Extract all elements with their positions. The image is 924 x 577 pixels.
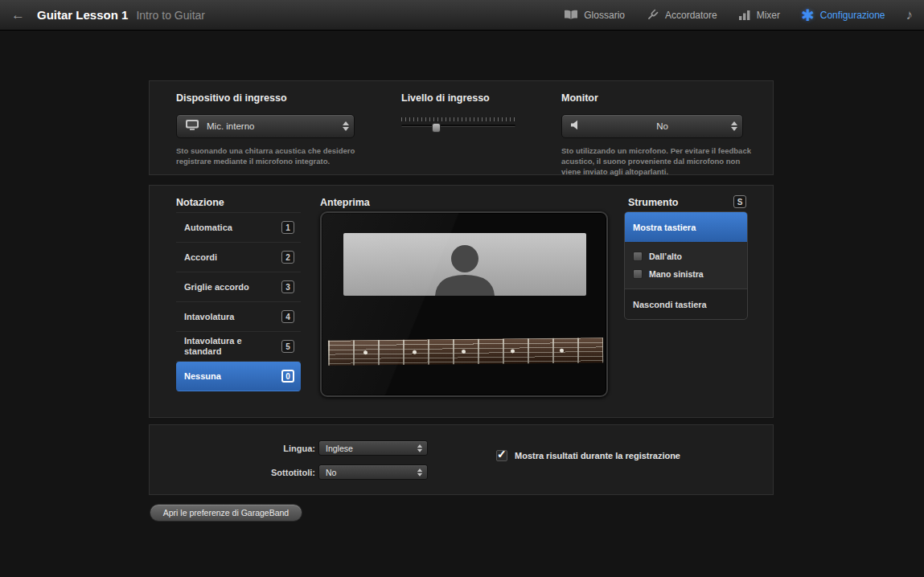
show-keyboard-item[interactable]: Mostra tastiera bbox=[625, 212, 747, 242]
notation-list: Automatica 1 Accordi 2 Griglie accordo 3… bbox=[176, 212, 301, 391]
from-top-label: Dall’alto bbox=[649, 252, 682, 261]
fret-inlay-dot bbox=[363, 350, 368, 354]
lesson-subtitle: Intro to Guitar bbox=[136, 9, 205, 22]
notation-item-intavolatura[interactable]: Intavolatura 4 bbox=[176, 302, 301, 332]
lesson-title: Guitar Lesson 1 bbox=[37, 8, 128, 22]
input-device-icon bbox=[185, 119, 199, 134]
subtitles-select[interactable]: No bbox=[318, 464, 428, 480]
show-results-label: Mostra risultati durante la registrazion… bbox=[515, 451, 680, 460]
notation-item-label: Nessuna bbox=[184, 371, 269, 382]
instrument-key-badge: S bbox=[733, 195, 746, 208]
fret-inlay-dot bbox=[560, 349, 564, 353]
left-hand-label: Mano sinistra bbox=[649, 269, 704, 279]
notation-item-nessuna[interactable]: Nessuna 0 bbox=[176, 362, 301, 391]
show-keyboard-label: Mostra tastiera bbox=[633, 223, 696, 232]
input-level-slider[interactable] bbox=[401, 117, 515, 137]
preview-heading: Anteprima bbox=[320, 197, 370, 208]
fret-inlay-dot bbox=[413, 350, 417, 354]
input-device-heading: Dispositivo di ingresso bbox=[176, 92, 363, 104]
subtitles-value: No bbox=[326, 468, 336, 477]
open-preferences-button[interactable]: Apri le preferenze di GarageBand bbox=[150, 504, 302, 522]
monitor-column: Monitor No Sto utilizzando un microfono.… bbox=[561, 92, 754, 177]
notation-item-label: Accordi bbox=[184, 252, 269, 263]
person-silhouette bbox=[405, 243, 525, 296]
input-settings-panel: Dispositivo di ingresso Mic. interno Sto… bbox=[149, 80, 774, 175]
camera-preview bbox=[343, 233, 586, 296]
notation-key-badge: 3 bbox=[281, 280, 294, 293]
music-note-icon: ♪ bbox=[906, 7, 914, 23]
toolbar-actions: Glossario Accordatore Mixer ✱ Configuraz… bbox=[564, 7, 913, 23]
speaker-icon bbox=[570, 119, 582, 133]
lesson-options-panel: Notazione Automatica 1 Accordi 2 Griglie… bbox=[149, 185, 774, 418]
monitor-select[interactable]: No bbox=[561, 114, 743, 138]
notation-item-label: Griglie accordo bbox=[184, 282, 269, 293]
language-select[interactable]: Inglese bbox=[318, 440, 428, 456]
stepper-arrows-icon bbox=[417, 467, 422, 478]
slider-track bbox=[401, 125, 515, 127]
monitor-heading: Monitor bbox=[561, 92, 754, 104]
input-device-select[interactable]: Mic. interno bbox=[176, 114, 355, 138]
left-hand-checkbox[interactable]: Mano sinistra bbox=[633, 265, 747, 283]
monitor-value: No bbox=[656, 121, 668, 131]
input-device-column: Dispositivo di ingresso Mic. interno Sto… bbox=[176, 92, 363, 167]
fretboard-image bbox=[328, 338, 603, 366]
notation-key-badge: 0 bbox=[281, 370, 294, 383]
instrument-heading: Strumento bbox=[628, 197, 679, 208]
checkbox-icon bbox=[633, 269, 643, 279]
language-panel: Lingua: Inglese Sottotitoli: No Mostra r… bbox=[149, 424, 774, 495]
language-value: Inglese bbox=[326, 444, 353, 453]
keyboard-options-group: Dall’alto Mano sinistra bbox=[625, 242, 747, 289]
input-level-column: Livello di ingresso bbox=[401, 92, 518, 137]
top-toolbar: ← Guitar Lesson 1 Intro to Guitar Glossa… bbox=[0, 0, 924, 31]
setup-button[interactable]: ✱ Configurazione bbox=[801, 7, 885, 23]
notation-key-badge: 1 bbox=[281, 221, 294, 234]
slider-ticks bbox=[401, 117, 515, 121]
glossary-button[interactable]: Glossario bbox=[564, 10, 625, 21]
setup-label: Configurazione bbox=[820, 10, 885, 21]
hide-keyboard-label: Nascondi tastiera bbox=[633, 300, 707, 309]
notation-heading: Notazione bbox=[176, 197, 224, 208]
input-level-heading: Livello di ingresso bbox=[401, 92, 518, 104]
preview-screen bbox=[320, 211, 608, 397]
mixer-label: Mixer bbox=[757, 10, 780, 21]
notation-item-label: Automatica bbox=[184, 223, 269, 233]
input-device-value: Mic. interno bbox=[207, 121, 254, 131]
tuning-fork-icon bbox=[646, 8, 659, 22]
music-note-button[interactable]: ♪ bbox=[906, 7, 914, 23]
notation-key-badge: 4 bbox=[281, 310, 294, 323]
stepper-arrows-icon bbox=[417, 443, 422, 454]
notation-key-badge: 2 bbox=[281, 251, 294, 264]
stepper-arrows-icon bbox=[343, 115, 349, 137]
notation-item-griglie-accordo[interactable]: Griglie accordo 3 bbox=[176, 272, 301, 302]
glossary-label: Glossario bbox=[584, 10, 625, 21]
show-results-checkbox[interactable]: Mostra risultati durante la registrazion… bbox=[496, 450, 680, 461]
fret-inlay-dot bbox=[511, 349, 515, 353]
hide-keyboard-item[interactable]: Nascondi tastiera bbox=[625, 289, 747, 319]
notation-item-label: Intavolatura e standard bbox=[184, 336, 269, 356]
from-top-checkbox[interactable]: Dall’alto bbox=[633, 248, 747, 265]
back-arrow-icon: ← bbox=[11, 7, 25, 23]
notation-key-badge: 5 bbox=[281, 340, 294, 353]
slider-thumb[interactable] bbox=[432, 123, 441, 133]
garageband-lesson-window: ← Guitar Lesson 1 Intro to Guitar Glossa… bbox=[0, 0, 924, 577]
book-icon bbox=[564, 10, 578, 20]
stepper-arrows-icon bbox=[731, 115, 737, 137]
mixer-icon bbox=[738, 10, 751, 20]
fret-inlay-dot bbox=[462, 350, 466, 354]
checkbox-checked-icon bbox=[496, 450, 507, 461]
mixer-button[interactable]: Mixer bbox=[738, 10, 780, 21]
subtitles-label: Sottotitoli: bbox=[244, 468, 315, 477]
notation-item-label: Intavolatura bbox=[184, 312, 269, 322]
notation-item-intavolatura-standard[interactable]: Intavolatura e standard 5 bbox=[176, 332, 301, 362]
language-label: Lingua: bbox=[244, 444, 315, 453]
notation-item-accordi[interactable]: Accordi 2 bbox=[176, 243, 301, 272]
back-button[interactable]: ← bbox=[11, 7, 31, 23]
notation-item-automatica[interactable]: Automatica 1 bbox=[176, 213, 301, 243]
tuner-button[interactable]: Accordatore bbox=[646, 8, 717, 22]
checkbox-icon bbox=[633, 252, 643, 261]
input-device-help: Sto suonando una chitarra acustica che d… bbox=[176, 146, 363, 167]
monitor-help: Sto utilizzando un microfono. Per evitar… bbox=[561, 146, 754, 177]
tuner-label: Accordatore bbox=[665, 10, 717, 21]
instrument-list: Mostra tastiera Dall’alto Mano sinistra … bbox=[624, 211, 748, 320]
gear-icon: ✱ bbox=[801, 7, 815, 23]
